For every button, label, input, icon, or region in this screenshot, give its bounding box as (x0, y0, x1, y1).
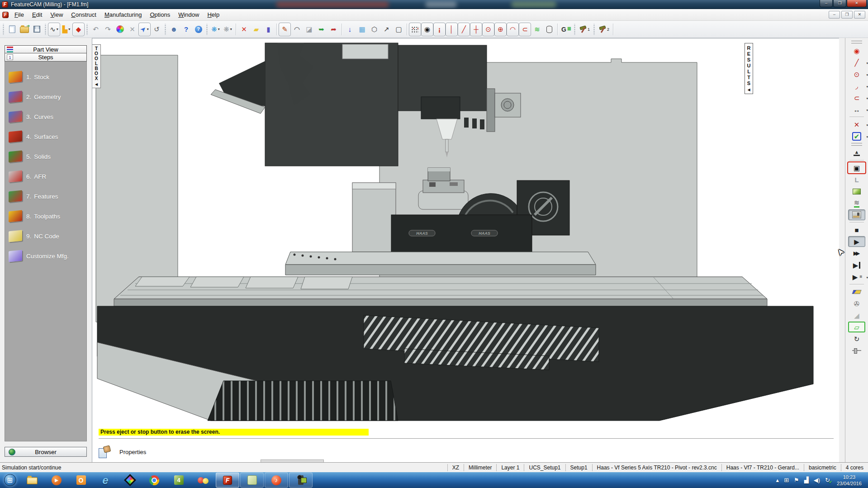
windows-security-icon[interactable]: ⊞ (784, 477, 789, 483)
taskbar-photo-viewer[interactable] (118, 473, 142, 488)
arc-open-button[interactable]: ⊂ (519, 23, 531, 36)
taskbar-video-device[interactable] (289, 473, 313, 488)
snap-point-down-button[interactable]: ↓ (344, 23, 356, 36)
menu-options[interactable]: Options (146, 10, 174, 19)
snap-tangent-button[interactable]: ↗ (380, 23, 393, 36)
taskbar-notes-app[interactable] (240, 473, 264, 488)
taskbar-windows-explorer[interactable] (20, 473, 44, 488)
menu-view[interactable]: View (46, 10, 67, 19)
minimize-button[interactable]: – (820, 0, 833, 7)
point-cross-button[interactable]: ┼ (470, 23, 482, 36)
taskbar-outlook[interactable]: O (69, 473, 93, 488)
fillet-create-button[interactable]: ◞▾ (848, 81, 865, 91)
transform-rotate-button[interactable]: ➦ (327, 23, 340, 36)
sim-3d-solid-button[interactable] (848, 186, 865, 197)
dropdown-arrow-icon[interactable]: ▾ (68, 27, 70, 31)
grid-toggle-button[interactable] (409, 23, 421, 36)
arc-create-button[interactable]: ⊂▾ (848, 92, 865, 103)
restore-button[interactable]: ❐ (833, 0, 846, 7)
tool-change-button[interactable]: ↻ (848, 333, 865, 344)
menu-edit[interactable]: Edit (28, 10, 46, 19)
circle-cross-button[interactable]: ⊕ (494, 23, 507, 36)
dimension-tool-button[interactable]: ∿▾ (48, 23, 60, 36)
open-folder-button[interactable] (18, 23, 31, 36)
nc-editor-button[interactable]: G (560, 23, 572, 36)
cylinder-tool-button[interactable] (543, 23, 555, 36)
chamfer-tool-button[interactable]: ◪ (303, 23, 315, 36)
undo-button[interactable]: ↶ (90, 23, 102, 36)
eject-simulation-button[interactable]: ▲ (848, 147, 865, 158)
point-create-button[interactable]: ◉ (848, 45, 865, 56)
save-button[interactable] (31, 23, 43, 36)
line-angle-button[interactable]: ╱ (458, 23, 470, 36)
solid-wizard-button[interactable]: ▮ (262, 23, 275, 36)
dropdown-arrow-icon[interactable]: ▾ (57, 27, 58, 31)
snap-box-button[interactable]: ▢ (393, 23, 405, 36)
network-signal-icon[interactable]: ▟ (804, 477, 809, 483)
child-minimize-button[interactable]: – (829, 11, 840, 19)
dropdown-arrow-icon[interactable]: ▾ (866, 276, 868, 280)
eraser-tool-button[interactable] (848, 286, 865, 297)
dropdown-arrow-icon[interactable]: ▾ (866, 97, 868, 100)
document-system-icon[interactable]: F (2, 12, 9, 18)
taskbar-fruit-app[interactable] (191, 473, 215, 488)
context-help-button[interactable]: ? (180, 23, 192, 36)
dropdown-arrow-icon[interactable]: ▾ (866, 109, 868, 112)
collapse-arrow-icon[interactable]: ◀ (747, 88, 750, 92)
stock-block-button[interactable]: ▙▾ (60, 23, 72, 36)
properties-row[interactable]: Properties (99, 443, 146, 461)
sim-centerline-button[interactable]: L (848, 174, 865, 185)
sim-next-operation-button[interactable]: ▶▾ (848, 271, 865, 282)
menu-help[interactable]: Help (203, 10, 223, 19)
menu-manufacturing[interactable]: Manufacturing (100, 10, 146, 19)
step-item-nc-code[interactable]: 9.NC Code (5, 226, 86, 246)
line-create-button[interactable]: ╱▾ (848, 57, 865, 68)
taskbar-media-player[interactable]: ▶ (45, 473, 68, 488)
sim-single-step-button[interactable]: ▶ (848, 260, 865, 270)
rotate-view-button[interactable]: ↺ (151, 23, 163, 36)
sim-rapidcut-button[interactable]: ≋ (848, 198, 865, 208)
step-item-afr[interactable]: 6.AFR (5, 166, 86, 186)
snap-grid-table-button[interactable]: ▦ (356, 23, 368, 36)
show-hidden-icons-icon[interactable]: ▴ (776, 477, 779, 483)
steps-header[interactable]: 1 Steps (5, 53, 87, 62)
surface-wizard-button[interactable]: ▰ (250, 23, 262, 36)
arc-corner-button[interactable]: ◠ (507, 23, 519, 36)
point-marker-button[interactable]: ¡ (433, 23, 446, 36)
step-item-solids[interactable]: 5.Solids (5, 147, 86, 166)
collapse-arrow-icon[interactable]: ◀ (95, 82, 98, 86)
sim-speed-slider-button[interactable] (848, 345, 865, 356)
dropdown-arrow-icon[interactable]: ▾ (866, 73, 868, 77)
sim-to-end-button[interactable]: ▶▶ (848, 248, 865, 259)
menu-construct[interactable]: Construct (67, 10, 100, 19)
hammer-setup-2-button[interactable]: 2 (597, 23, 611, 36)
show-boundaries-button[interactable]: ▱ (848, 322, 865, 332)
redo-button[interactable]: ↷ (102, 23, 114, 36)
menu-window[interactable]: Window (174, 10, 203, 19)
dimension-create-button[interactable]: ↔▾ (848, 104, 865, 115)
show-part-button[interactable]: ◢ (848, 310, 865, 321)
start-button[interactable]: ⊞ (0, 472, 20, 488)
hammer-setup-1-button[interactable]: 1 (577, 23, 592, 36)
new-document-button[interactable] (6, 23, 18, 36)
part-view-header[interactable]: Part View (5, 45, 87, 53)
help-button[interactable]: ? (192, 23, 204, 36)
delete-button[interactable]: ✕ (126, 23, 138, 36)
graphics-viewport[interactable]: HAAS HAAS (92, 38, 839, 462)
spline-lines-button[interactable]: ≋ (531, 23, 543, 36)
trim-tool-button[interactable]: ✕▾ (848, 119, 865, 130)
sim-machine-button[interactable] (848, 209, 865, 220)
dropdown-arrow-icon[interactable]: ▾ (866, 123, 868, 127)
sim-stop-button[interactable]: ■ (848, 224, 865, 235)
feature-block-button[interactable]: ◆ (72, 23, 85, 36)
dropdown-arrow-icon[interactable]: ▾ (866, 85, 868, 89)
browser-button[interactable]: Browser (5, 447, 87, 457)
step-item-customize-mfg[interactable]: Customize Mfg. (5, 246, 86, 266)
dropdown-arrow-icon[interactable]: ▾ (866, 62, 868, 65)
region-check-button[interactable]: ✔▾ (848, 131, 865, 142)
taskbar-chrome[interactable] (142, 473, 166, 488)
action-center-flag-icon[interactable]: ⚑ (794, 477, 799, 483)
step-item-features[interactable]: 7.Features (5, 186, 86, 206)
circle-create-button[interactable]: ⊙▾ (848, 69, 865, 80)
arc-tool-button[interactable]: ◠ (291, 23, 303, 36)
